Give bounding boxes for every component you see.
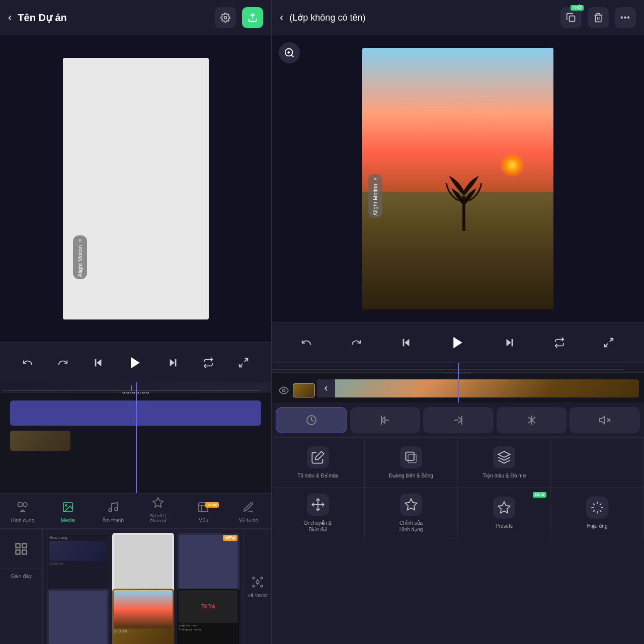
audio-icon (107, 501, 119, 516)
svg-rect-3 (95, 359, 97, 366)
tab-media[interactable]: Media (45, 501, 91, 525)
tab-elements[interactable]: Sự vật /Phần tử (135, 497, 181, 525)
bottom-toolbar: Hình dạng Media Âm thanh (0, 493, 271, 644)
left-redo-button[interactable] (54, 354, 72, 372)
left-skip-back-button[interactable] (89, 354, 107, 372)
presets-new-badge: NEW (533, 492, 546, 498)
svg-point-24 (261, 577, 263, 579)
right-skip-back-button[interactable] (397, 334, 415, 352)
svg-point-22 (256, 581, 259, 584)
svg-marker-63 (498, 502, 510, 513)
color-fill-icon (307, 446, 329, 468)
svg-line-67 (600, 510, 601, 512)
tab-audio[interactable]: Âm thanh (91, 501, 136, 525)
svg-point-15 (109, 509, 112, 512)
presets-effect[interactable]: NEW Presets (458, 488, 551, 538)
left-watermark: Alight Motion × (73, 235, 87, 279)
right-playhead (458, 363, 459, 403)
track-nav-button[interactable] (317, 379, 335, 397)
effect-placeholder (551, 438, 644, 488)
tab-draw-label: Vẽ tự do (239, 518, 258, 523)
media-item-5[interactable]: 00:00:08 (112, 589, 175, 644)
templates-new-badge: NEW (205, 502, 219, 508)
right-panel: ‹ (Lớp không có tên) THỬ ••• (272, 0, 644, 644)
right-play-button[interactable] (447, 332, 469, 354)
blend-blur-effect[interactable]: Trộn màu & Đờ mờ (458, 438, 551, 488)
speed-tool-button[interactable] (276, 407, 347, 433)
delete-layer-button[interactable] (588, 7, 609, 28)
left-loop-button[interactable] (199, 354, 217, 372)
more-icon: ••• (620, 13, 630, 22)
svg-point-25 (253, 585, 255, 587)
left-fullscreen-button[interactable] (234, 354, 253, 372)
tab-draw[interactable]: Vẽ tự do (226, 501, 271, 525)
svg-line-7 (245, 358, 248, 361)
settings-button[interactable] (215, 7, 236, 28)
trim-in-button[interactable] (350, 407, 421, 433)
left-panel: ‹ Tên Dự án Alight Motion × (0, 0, 272, 644)
border-shadow-effect[interactable]: Đường biên & Bóng (365, 438, 458, 488)
effect-tools: Tô màu & Đổ màu Đường biên & Bóng Trộ (272, 403, 644, 644)
color-fill-effect[interactable]: Tô màu & Đổ màu (272, 438, 365, 488)
svg-marker-55 (600, 417, 604, 424)
svg-line-39 (406, 126, 526, 129)
copy-layer-button[interactable]: THỬ (560, 7, 582, 28)
blend-blur-icon (493, 446, 515, 468)
svg-marker-4 (131, 357, 140, 368)
media-item-2[interactable]: 00:00:05 (112, 533, 175, 595)
tab-audio-label: Âm thanh (102, 518, 124, 523)
trim-out-button[interactable] (423, 407, 494, 433)
tab-shapes[interactable]: Hình dạng (0, 501, 45, 525)
left-undo-button[interactable] (19, 354, 37, 372)
left-canvas: Alight Motion × (63, 58, 209, 319)
tab-templates[interactable]: NEW Mẫu (181, 501, 226, 525)
move-transform-label: Di chuyển &Biến đổi (304, 520, 332, 533)
media-item-1[interactable]: How Long 00:00:08 (47, 533, 109, 595)
move-transform-effect[interactable]: Di chuyển &Biến đổi (272, 488, 365, 538)
presets-label: Presets (496, 523, 513, 529)
right-undo-button[interactable] (297, 334, 315, 352)
edit-shape-effect[interactable]: Chỉnh sửaHình dạng (365, 488, 458, 538)
right-redo-button[interactable] (347, 334, 365, 352)
zoom-button[interactable] (279, 42, 300, 63)
left-back-button[interactable]: ‹ (8, 11, 12, 24)
right-loop-button[interactable] (550, 334, 569, 352)
edit-shape-label: Chỉnh sửaHình dạng (399, 520, 423, 533)
tab-shapes-label: Hình dạng (11, 518, 35, 523)
svg-rect-18 (16, 543, 20, 547)
effects-item[interactable]: Hiệu ứng (551, 488, 644, 538)
right-back-button[interactable]: ‹ (280, 11, 283, 24)
media-item-4[interactable]: 00:00:05 (47, 589, 109, 644)
split-button[interactable] (497, 407, 567, 433)
left-play-button[interactable] (124, 352, 146, 374)
left-skip-forward-button[interactable] (164, 354, 182, 372)
layer-thumbnail[interactable] (293, 383, 315, 397)
media-item-6[interactable]: TikTok xuất âm thanhThống tin media (177, 589, 239, 644)
visibility-toggle[interactable] (277, 383, 291, 397)
draw-vector-button[interactable]: Vẽ Vector (244, 529, 271, 644)
svg-rect-10 (131, 385, 132, 390)
svg-marker-2 (97, 359, 102, 366)
media-grid: How Long 00:00:08 00:00:05 NEW (43, 529, 244, 644)
timeline-playhead (136, 382, 137, 493)
effect-toolbar-row (272, 403, 644, 438)
mute-button[interactable] (570, 407, 640, 433)
right-preview: Alight Motion × (272, 35, 644, 322)
right-fullscreen-button[interactable] (600, 334, 618, 352)
right-controls (272, 322, 644, 362)
sunset-scene: Alight Motion × (362, 48, 553, 309)
color-fill-label: Tô màu & Đổ màu (297, 472, 339, 479)
media-item-new-badge: NEW (223, 535, 237, 541)
svg-line-46 (605, 343, 608, 346)
right-header: ‹ (Lớp không có tên) THỬ ••• (272, 0, 644, 35)
svg-line-66 (593, 504, 595, 505)
svg-point-23 (253, 577, 255, 579)
media-grid-button[interactable] (0, 529, 42, 569)
svg-line-37 (397, 105, 510, 108)
layer-title: (Lớp không có tên) (289, 12, 554, 23)
draw-icon (243, 501, 255, 516)
media-item-3[interactable]: NEW 00:00:05 (177, 533, 239, 595)
export-button[interactable] (242, 7, 263, 28)
more-options-button[interactable]: ••• (615, 7, 636, 28)
right-skip-forward-button[interactable] (501, 334, 519, 352)
